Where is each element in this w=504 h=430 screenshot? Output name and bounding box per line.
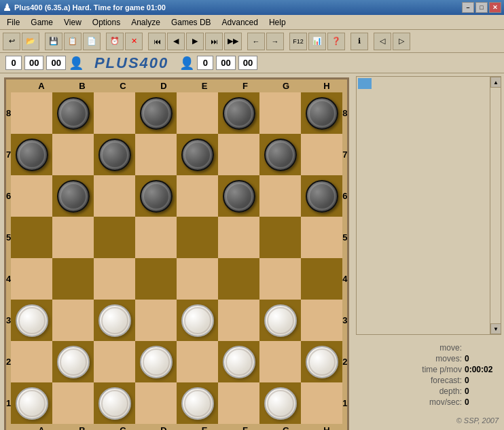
cell-0-4[interactable] — [177, 92, 218, 134]
cell-6-2[interactable] — [94, 341, 135, 382]
white-piece-6-5[interactable] — [223, 346, 255, 378]
cell-3-7[interactable] — [301, 217, 342, 258]
cell-2-0[interactable] — [11, 175, 52, 217]
black-piece-2-3[interactable] — [140, 180, 173, 213]
toolbar-chart[interactable]: 📊 — [308, 33, 326, 50]
cell-4-0[interactable] — [11, 258, 52, 300]
cell-1-3[interactable] — [135, 134, 177, 175]
black-piece-2-7[interactable] — [306, 180, 338, 213]
toolbar-forward[interactable]: ▷ — [393, 33, 410, 50]
scrollbar[interactable]: ▲ ▼ — [490, 77, 501, 334]
cell-2-5[interactable] — [218, 175, 259, 217]
white-piece-7-4[interactable] — [181, 387, 214, 420]
toolbar-info[interactable]: ℹ — [350, 33, 368, 50]
cell-7-7[interactable] — [301, 382, 342, 424]
black-piece-0-5[interactable] — [223, 97, 255, 130]
cell-3-0[interactable] — [11, 217, 52, 258]
cell-1-5[interactable] — [218, 134, 259, 175]
cell-1-4[interactable] — [177, 134, 218, 175]
toolbar-stop[interactable]: ✕ — [125, 33, 143, 50]
cell-3-3[interactable] — [135, 217, 177, 258]
cell-4-7[interactable] — [301, 258, 342, 300]
black-piece-0-1[interactable] — [57, 97, 90, 130]
cell-3-2[interactable] — [94, 217, 135, 258]
cell-5-2[interactable] — [94, 300, 135, 341]
cell-6-7[interactable] — [301, 341, 342, 382]
cell-0-2[interactable] — [94, 92, 135, 134]
black-piece-1-2[interactable] — [98, 139, 131, 171]
cell-1-6[interactable] — [259, 134, 301, 175]
toolbar-new[interactable]: ↩ — [3, 33, 20, 50]
toolbar-question[interactable]: ❓ — [327, 33, 345, 50]
cell-6-6[interactable] — [259, 341, 301, 382]
cell-7-4[interactable] — [177, 382, 218, 424]
toolbar-back[interactable]: ◁ — [374, 33, 391, 50]
white-piece-6-1[interactable] — [57, 346, 90, 378]
black-piece-1-0[interactable] — [16, 139, 48, 171]
black-piece-1-4[interactable] — [181, 139, 214, 171]
maximize-button[interactable]: □ — [475, 2, 488, 13]
close-button[interactable]: ✕ — [489, 2, 501, 13]
cell-0-1[interactable] — [52, 92, 94, 134]
cell-6-3[interactable] — [135, 341, 177, 382]
cell-0-0[interactable] — [11, 92, 52, 134]
white-piece-5-6[interactable] — [264, 304, 297, 337]
toolbar-right-arr[interactable]: → — [266, 33, 284, 50]
cell-0-3[interactable] — [135, 92, 177, 134]
toolbar-clock[interactable]: ⏰ — [106, 33, 124, 50]
white-piece-7-2[interactable] — [98, 387, 131, 420]
cell-4-4[interactable] — [177, 258, 218, 300]
toolbar-f12[interactable]: F12 — [289, 33, 307, 50]
cell-2-6[interactable] — [259, 175, 301, 217]
cell-4-3[interactable] — [135, 258, 177, 300]
black-piece-1-6[interactable] — [264, 139, 297, 171]
cell-5-3[interactable] — [135, 300, 177, 341]
cell-6-4[interactable] — [177, 341, 218, 382]
menu-advanced[interactable]: Advanced — [217, 16, 264, 29]
cell-2-1[interactable] — [52, 175, 94, 217]
menu-game[interactable]: Game — [25, 16, 58, 29]
menu-help[interactable]: Help — [264, 16, 291, 29]
cell-5-1[interactable] — [52, 300, 94, 341]
toolbar-next-next[interactable]: ⏭ — [205, 33, 223, 50]
toolbar-copy1[interactable]: 📋 — [64, 33, 82, 50]
cell-5-5[interactable] — [218, 300, 259, 341]
cell-7-3[interactable] — [135, 382, 177, 424]
scroll-down-button[interactable]: ▼ — [490, 323, 501, 334]
toolbar-copy2[interactable]: 📄 — [83, 33, 101, 50]
cell-7-2[interactable] — [94, 382, 135, 424]
cell-7-6[interactable] — [259, 382, 301, 424]
cell-4-2[interactable] — [94, 258, 135, 300]
cell-3-1[interactable] — [52, 217, 94, 258]
cell-6-0[interactable] — [11, 341, 52, 382]
cell-0-6[interactable] — [259, 92, 301, 134]
cell-4-6[interactable] — [259, 258, 301, 300]
cell-1-7[interactable] — [301, 134, 342, 175]
white-piece-6-7[interactable] — [306, 346, 338, 378]
toolbar-open[interactable]: 📂 — [22, 33, 39, 50]
black-piece-2-5[interactable] — [223, 180, 255, 213]
checkerboard[interactable] — [11, 92, 342, 424]
toolbar-play[interactable]: ▶▶ — [224, 33, 242, 50]
cell-7-1[interactable] — [52, 382, 94, 424]
white-piece-5-4[interactable] — [181, 304, 214, 337]
cell-5-7[interactable] — [301, 300, 342, 341]
cell-3-6[interactable] — [259, 217, 301, 258]
cell-1-2[interactable] — [94, 134, 135, 175]
menu-gamesdb[interactable]: Games DB — [166, 16, 217, 29]
cell-7-0[interactable] — [11, 382, 52, 424]
cell-2-2[interactable] — [94, 175, 135, 217]
cell-4-1[interactable] — [52, 258, 94, 300]
black-piece-0-3[interactable] — [140, 97, 173, 130]
white-piece-5-2[interactable] — [98, 304, 131, 337]
toolbar-save[interactable]: 💾 — [45, 33, 62, 50]
cell-5-4[interactable] — [177, 300, 218, 341]
toolbar-prev-prev[interactable]: ⏮ — [148, 33, 166, 50]
menu-view[interactable]: View — [58, 16, 87, 29]
cell-6-5[interactable] — [218, 341, 259, 382]
white-piece-7-6[interactable] — [264, 387, 297, 420]
toolbar-left-arr[interactable]: ← — [247, 33, 265, 50]
white-piece-7-0[interactable] — [16, 387, 48, 420]
cell-5-6[interactable] — [259, 300, 301, 341]
cell-7-5[interactable] — [218, 382, 259, 424]
